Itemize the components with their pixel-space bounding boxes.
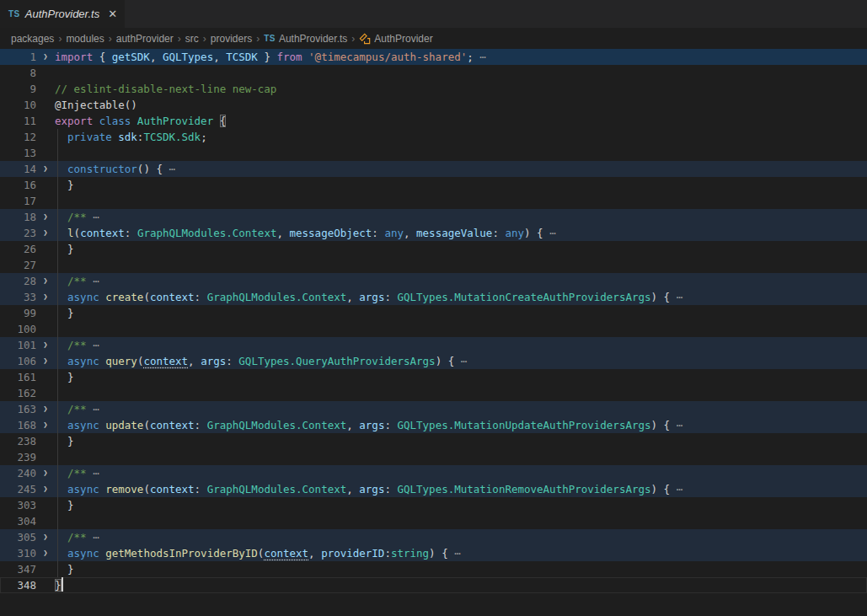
code-line[interactable]: 347 }: [0, 561, 867, 577]
fold-chevron-icon[interactable]: ❯: [36, 401, 55, 417]
fold-chevron-icon[interactable]: ❯: [36, 49, 55, 65]
tab-authprovider[interactable]: TS AuthProvider.ts ✕: [0, 0, 125, 28]
line-number: 239: [0, 449, 36, 465]
line-number: 162: [0, 385, 36, 401]
code-line[interactable]: 9// eslint-disable-next-line new-cap: [0, 81, 867, 97]
code-line[interactable]: 18❯ /** ⋯: [0, 209, 867, 225]
fold-chevron-icon[interactable]: ❯: [36, 289, 55, 305]
code-line[interactable]: 99 }: [0, 305, 867, 321]
indent-guide: [57, 305, 58, 321]
breadcrumb-item-symbol[interactable]: AuthProvider: [359, 33, 432, 45]
code-line[interactable]: 305❯ /** ⋯: [0, 529, 867, 545]
indent-guide: [57, 209, 58, 225]
fold-gutter: [36, 449, 55, 465]
line-number: 168: [0, 417, 36, 433]
code-line[interactable]: 161 }: [0, 369, 867, 385]
fold-chevron-icon[interactable]: ❯: [36, 353, 55, 369]
line-number: 17: [0, 193, 36, 209]
fold-chevron-icon[interactable]: ❯: [36, 225, 55, 241]
breadcrumb-item-file[interactable]: TSAuthProvider.ts: [264, 33, 347, 45]
code-text: }: [55, 177, 867, 193]
editor[interactable]: 1❯import { getSDK, GQLTypes, TCSDK } fro…: [0, 49, 867, 616]
code-text: [55, 321, 867, 337]
code-text: constructor() { ⋯: [55, 161, 867, 177]
breadcrumb: packages›modules›authProvider›src›provid…: [0, 28, 867, 49]
fold-gutter: [36, 81, 55, 97]
fold-chevron-icon[interactable]: ❯: [36, 465, 55, 481]
line-number: 310: [0, 545, 36, 561]
fold-chevron-icon[interactable]: ❯: [36, 273, 55, 289]
code-line[interactable]: 239: [0, 449, 867, 465]
fold-gutter: [36, 577, 55, 593]
code-line[interactable]: 16 }: [0, 177, 867, 193]
indent-guide: [57, 161, 58, 177]
code-text: [55, 385, 867, 401]
code-line[interactable]: 163❯ /** ⋯: [0, 401, 867, 417]
breadcrumb-item-src[interactable]: src: [185, 33, 199, 45]
code-line[interactable]: 27: [0, 257, 867, 273]
code-line[interactable]: 238 }: [0, 433, 867, 449]
code-line[interactable]: 14❯ constructor() { ⋯: [0, 161, 867, 177]
line-number: 347: [0, 561, 36, 577]
chevron-right-icon: ›: [256, 33, 260, 45]
breadcrumb-item-authProvider[interactable]: authProvider: [116, 33, 174, 45]
code-text: async query(context, args: GQLTypes.Quer…: [55, 353, 867, 369]
code-line[interactable]: 17: [0, 193, 867, 209]
code-line[interactable]: 28❯ /** ⋯: [0, 273, 867, 289]
code-text: export class AuthProvider {: [55, 113, 867, 129]
line-number: 12: [0, 129, 36, 145]
fold-gutter: [36, 193, 55, 209]
chevron-right-icon: ›: [109, 33, 112, 45]
code-line[interactable]: 245❯ async remove(context: GraphQLModule…: [0, 481, 867, 497]
fold-chevron-icon[interactable]: ❯: [36, 417, 55, 433]
line-number: 163: [0, 401, 36, 417]
fold-chevron-icon[interactable]: ❯: [36, 529, 55, 545]
line-number: 240: [0, 465, 36, 481]
breadcrumb-item-modules[interactable]: modules: [66, 33, 104, 45]
code-line[interactable]: 303 }: [0, 497, 867, 513]
fold-chevron-icon[interactable]: ❯: [36, 161, 55, 177]
code-line[interactable]: 100: [0, 321, 867, 337]
code-text: /** ⋯: [55, 465, 867, 481]
code-line[interactable]: 1❯import { getSDK, GQLTypes, TCSDK } fro…: [0, 49, 867, 65]
code-line[interactable]: 33❯ async create(context: GraphQLModules…: [0, 289, 867, 305]
text-cursor: [62, 577, 63, 592]
code-line[interactable]: 23❯ l(context: GraphQLModules.Context, m…: [0, 225, 867, 241]
fold-chevron-icon[interactable]: ❯: [36, 337, 55, 353]
code-line[interactable]: 240❯ /** ⋯: [0, 465, 867, 481]
code-line[interactable]: 101❯ /** ⋯: [0, 337, 867, 353]
line-number: 106: [0, 353, 36, 369]
code-line[interactable]: 12 private sdk:TCSDK.Sdk;: [0, 129, 867, 145]
indent-guide: [57, 385, 58, 401]
code-text: /** ⋯: [55, 209, 867, 225]
code-text: async remove(context: GraphQLModules.Con…: [55, 481, 867, 497]
code-line[interactable]: 304: [0, 513, 867, 529]
fold-chevron-icon[interactable]: ❯: [36, 209, 55, 225]
breadcrumb-item-providers[interactable]: providers: [211, 33, 252, 45]
code-line[interactable]: 26 }: [0, 241, 867, 257]
close-icon[interactable]: ✕: [108, 8, 117, 19]
code-line[interactable]: 162: [0, 385, 867, 401]
fold-gutter: [36, 561, 55, 577]
fold-gutter: [36, 369, 55, 385]
indent-guide: [57, 417, 58, 433]
fold-gutter: [36, 257, 55, 273]
code-line[interactable]: 10@Injectable(): [0, 97, 867, 113]
code-line[interactable]: 11export class AuthProvider {: [0, 113, 867, 129]
code-text: }: [55, 577, 867, 593]
fold-chevron-icon[interactable]: ❯: [36, 481, 55, 497]
code-line[interactable]: 8: [0, 65, 867, 81]
code-line[interactable]: 168❯ async update(context: GraphQLModule…: [0, 417, 867, 433]
code-text: import { getSDK, GQLTypes, TCSDK } from …: [55, 49, 867, 65]
line-number: 238: [0, 433, 36, 449]
indent-guide: [57, 129, 58, 145]
code-line[interactable]: 310❯ async getMethodsInProviderByID(cont…: [0, 545, 867, 561]
fold-gutter: [36, 241, 55, 257]
fold-chevron-icon[interactable]: ❯: [36, 545, 55, 561]
code-line[interactable]: 106❯ async query(context, args: GQLTypes…: [0, 353, 867, 369]
chevron-right-icon: ›: [351, 33, 355, 45]
breadcrumb-item-packages[interactable]: packages: [11, 33, 54, 45]
code-line[interactable]: 13: [0, 145, 867, 161]
code-line[interactable]: 348}: [0, 577, 867, 593]
indent-guide: [57, 353, 58, 369]
